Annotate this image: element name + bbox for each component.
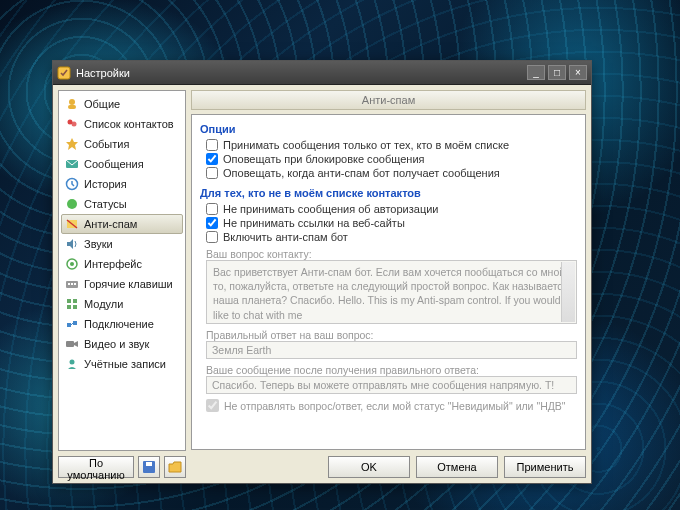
bot-after-label: Ваше сообщение после получения правильно…	[206, 364, 577, 376]
checkbox-label: Не принимать ссылки на веб-сайты	[223, 217, 405, 229]
nav-label: Список контактов	[84, 118, 174, 130]
bot-answer-input: Земля Earth	[206, 341, 577, 359]
svg-rect-22	[67, 323, 71, 327]
nav-item-antispam[interactable]: Анти-спам	[61, 214, 183, 234]
messages-icon	[65, 157, 79, 171]
svg-rect-16	[71, 283, 73, 285]
nav-label: Общие	[84, 98, 120, 110]
minimize-button[interactable]: _	[527, 65, 545, 80]
general-icon	[65, 97, 79, 111]
accounts-icon	[65, 357, 79, 371]
svg-point-4	[72, 122, 77, 127]
checkbox-label: Принимать сообщения только от тех, кто в…	[223, 139, 509, 151]
contacts-icon	[65, 117, 79, 131]
checkbox[interactable]	[206, 231, 218, 243]
nav-label: Учётные записи	[84, 358, 166, 370]
antispam-icon	[65, 217, 79, 231]
nav-label: Анти-спам	[84, 218, 137, 230]
save-icon	[142, 460, 156, 474]
av-icon	[65, 337, 79, 351]
bot-disabled-section: Ваш вопрос контакту: Вас приветствует Ан…	[206, 248, 577, 412]
nav-item-modules[interactable]: Модули	[61, 294, 183, 314]
cancel-button[interactable]: Отмена	[416, 456, 498, 478]
svg-line-24	[71, 323, 73, 325]
svg-rect-2	[68, 105, 76, 109]
svg-rect-15	[68, 283, 70, 285]
events-icon	[65, 137, 79, 151]
nav-item-history[interactable]: История	[61, 174, 183, 194]
nav-item-general[interactable]: Общие	[61, 94, 183, 114]
sidebar: Общие Список контактов События Сообщения…	[58, 90, 186, 478]
nav-label: Видео и звук	[84, 338, 149, 350]
nav-label: История	[84, 178, 127, 190]
hotkeys-icon	[65, 277, 79, 291]
group-heading-notinlist: Для тех, кто не в моём списке контактов	[200, 187, 577, 199]
bot-question-label: Ваш вопрос контакту:	[206, 248, 577, 260]
close-button[interactable]: ×	[569, 65, 587, 80]
svg-rect-19	[73, 299, 77, 303]
save-profile-button[interactable]	[138, 456, 160, 478]
panel-body: Опции Принимать сообщения только от тех,…	[191, 114, 586, 450]
svg-rect-21	[73, 305, 77, 309]
nav-item-av[interactable]: Видео и звук	[61, 334, 183, 354]
maximize-button[interactable]: □	[548, 65, 566, 80]
nav-list: Общие Список контактов События Сообщения…	[58, 90, 186, 451]
checkbox[interactable]	[206, 203, 218, 215]
apply-button[interactable]: Применить	[504, 456, 586, 478]
nav-label: Горячие клавиши	[84, 278, 173, 290]
opt-only-from-list[interactable]: Принимать сообщения только от тех, кто в…	[206, 139, 577, 151]
nav-item-sounds[interactable]: Звуки	[61, 234, 183, 254]
nav-item-messages[interactable]: Сообщения	[61, 154, 183, 174]
svg-rect-29	[146, 462, 152, 466]
svg-point-8	[67, 199, 77, 209]
modules-icon	[65, 297, 79, 311]
opt-notify-bot-receive[interactable]: Оповещать, когда анти-спам бот получает …	[206, 167, 577, 179]
nav-item-contacts[interactable]: Список контактов	[61, 114, 183, 134]
checkbox-label: Оповещать при блокировке сообщения	[223, 153, 425, 165]
opt-reject-links[interactable]: Не принимать ссылки на веб-сайты	[206, 217, 577, 229]
titlebar[interactable]: Настройки _ □ ×	[53, 61, 591, 85]
group-heading-options: Опции	[200, 123, 577, 135]
nav-item-connection[interactable]: Подключение	[61, 314, 183, 334]
open-profile-button[interactable]	[164, 456, 186, 478]
nav-item-hotkeys[interactable]: Горячие клавиши	[61, 274, 183, 294]
window-title: Настройки	[76, 67, 130, 79]
svg-point-13	[70, 262, 74, 266]
settings-window: Настройки _ □ × Общие Список контактов С…	[52, 60, 592, 484]
nav-label: Модули	[84, 298, 123, 310]
checkbox[interactable]	[206, 153, 218, 165]
svg-rect-25	[66, 341, 74, 347]
nav-label: Статусы	[84, 198, 127, 210]
checkbox[interactable]	[206, 167, 218, 179]
checkbox	[206, 399, 219, 412]
nav-label: Сообщения	[84, 158, 144, 170]
opt-enable-bot[interactable]: Включить анти-спам бот	[206, 231, 577, 243]
nav-label: Звуки	[84, 238, 113, 250]
status-icon	[65, 197, 79, 211]
checkbox-label: Включить анти-спам бот	[223, 231, 348, 243]
history-icon	[65, 177, 79, 191]
ok-button[interactable]: OK	[328, 456, 410, 478]
nav-label: Интерфейс	[84, 258, 142, 270]
nav-item-accounts[interactable]: Учётные записи	[61, 354, 183, 374]
svg-rect-20	[67, 305, 71, 309]
connection-icon	[65, 317, 79, 331]
nav-label: Подключение	[84, 318, 154, 330]
panel-title: Анти-спам	[191, 90, 586, 110]
checkbox[interactable]	[206, 217, 218, 229]
defaults-button[interactable]: По умолчанию	[58, 456, 134, 478]
sounds-icon	[65, 237, 79, 251]
opt-notify-on-block[interactable]: Оповещать при блокировке сообщения	[206, 153, 577, 165]
svg-marker-5	[66, 138, 78, 150]
svg-rect-17	[74, 283, 76, 285]
nav-item-interface[interactable]: Интерфейс	[61, 254, 183, 274]
checkbox-label: Не отправлять вопрос/ответ, если мой ста…	[224, 400, 566, 412]
checkbox-label: Оповещать, когда анти-спам бот получает …	[223, 167, 500, 179]
bot-after-input: Спасибо. Теперь вы можете отправлять мне…	[206, 376, 577, 394]
nav-item-events[interactable]: События	[61, 134, 183, 154]
svg-point-27	[70, 360, 75, 365]
nav-item-status[interactable]: Статусы	[61, 194, 183, 214]
checkbox[interactable]	[206, 139, 218, 151]
svg-rect-18	[67, 299, 71, 303]
opt-reject-auth[interactable]: Не принимать сообщения об авторизации	[206, 203, 577, 215]
